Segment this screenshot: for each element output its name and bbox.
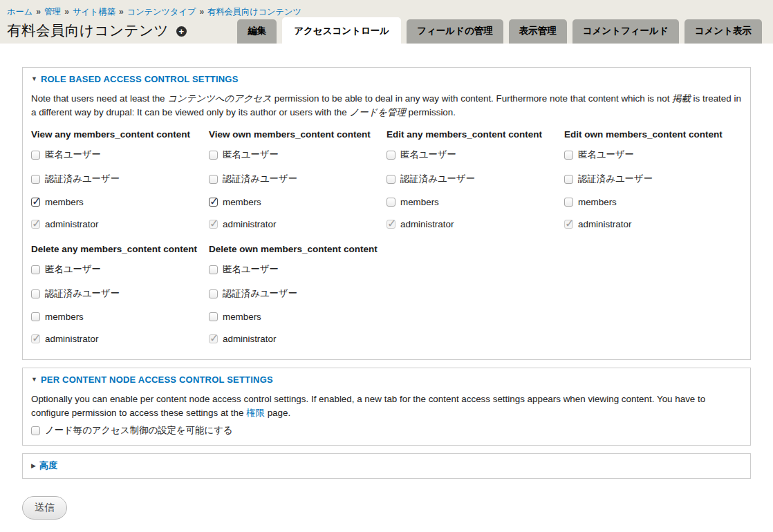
- role-checkbox-item[interactable]: 匿名ユーザー: [209, 263, 279, 276]
- role-label: members: [223, 197, 261, 207]
- fieldset-legend-row[interactable]: ▼ ROLE BASED ACCESS CONTROL SETTINGS: [31, 74, 742, 84]
- checkbox[interactable]: [209, 151, 218, 160]
- breadcrumb-link[interactable]: 有料会員向けコンテンツ: [207, 7, 301, 17]
- role-checkbox-item[interactable]: 匿名ユーザー: [209, 149, 279, 161]
- tab[interactable]: 表示管理: [509, 19, 567, 44]
- checkbox: [31, 220, 40, 229]
- checkbox[interactable]: [209, 289, 218, 298]
- role-checkbox-item[interactable]: members: [209, 197, 261, 207]
- role-checkbox-item[interactable]: 匿名ユーザー: [386, 149, 456, 161]
- collapse-arrow-icon: ▼: [31, 377, 37, 383]
- checkbox: [209, 334, 218, 343]
- checkbox[interactable]: [31, 175, 40, 184]
- fieldset-legend[interactable]: 高度: [39, 459, 57, 472]
- fieldset-legend-row[interactable]: ▼ PER CONTENT NODE ACCESS CONTROL SETTIN…: [31, 374, 742, 385]
- checkbox[interactable]: [31, 312, 40, 321]
- permission-group: Delete any members_content content匿名ユーザー…: [31, 244, 209, 344]
- permissions-page-link[interactable]: 権限: [246, 408, 265, 418]
- tab[interactable]: コメント表示: [684, 19, 762, 44]
- role-checkbox-item[interactable]: members: [31, 197, 84, 207]
- permission-group: Delete own members_content content匿名ユーザー…: [209, 244, 386, 344]
- role-label: members: [223, 312, 261, 322]
- tab[interactable]: フィールドの管理: [407, 19, 503, 44]
- permission-group-title: View own members_content content: [209, 129, 386, 140]
- breadcrumb-link[interactable]: コンテンツタイプ: [127, 7, 196, 17]
- tab[interactable]: アクセスコントロール: [282, 17, 401, 44]
- breadcrumb-link[interactable]: サイト構築: [73, 7, 115, 17]
- checkbox[interactable]: [564, 151, 573, 160]
- role-checkbox-item[interactable]: members: [564, 197, 617, 207]
- checkbox[interactable]: [564, 175, 573, 184]
- role-checkbox-item: administrator: [209, 334, 276, 344]
- role-checkbox-item[interactable]: 匿名ユーザー: [31, 263, 101, 276]
- checkbox: [209, 220, 218, 229]
- role-label: 認証済みユーザー: [45, 287, 120, 300]
- per-node-checkbox-item[interactable]: ノード毎のアクセス制御の設定を可能にする: [31, 424, 233, 437]
- fieldset-legend[interactable]: PER CONTENT NODE ACCESS CONTROL SETTINGS: [41, 374, 273, 385]
- submit-button[interactable]: 送信: [22, 496, 67, 520]
- checkbox[interactable]: [386, 151, 395, 160]
- role-label: members: [578, 197, 617, 207]
- fieldset-legend[interactable]: ROLE BASED ACCESS CONTROL SETTINGS: [41, 74, 239, 84]
- role-label: administrator: [578, 219, 631, 229]
- role-checkbox-item[interactable]: 認証済みユーザー: [386, 173, 475, 185]
- emphasized-term: コンテンツへのアクセス: [167, 93, 272, 104]
- checkbox[interactable]: [386, 198, 395, 207]
- checkbox[interactable]: [564, 198, 573, 207]
- plus-circle-icon[interactable]: +: [176, 26, 187, 37]
- tab[interactable]: 編集: [237, 19, 277, 44]
- checkbox: [564, 220, 573, 229]
- permission-group-title: Delete own members_content content: [209, 244, 386, 254]
- checkbox[interactable]: [209, 312, 218, 321]
- checkbox: [386, 220, 395, 229]
- page-title-row: 有料会員向けコンテンツ +: [7, 21, 187, 40]
- role-label: 認証済みユーザー: [223, 173, 297, 185]
- fieldset-legend-row[interactable]: ▶ 高度: [31, 459, 742, 472]
- role-checkbox-item[interactable]: 匿名ユーザー: [31, 149, 101, 161]
- role-checkbox-item: administrator: [31, 334, 98, 344]
- role-checkbox-item[interactable]: 匿名ユーザー: [564, 149, 634, 161]
- role-checkbox-item[interactable]: 認証済みユーザー: [31, 173, 120, 185]
- role-checkbox-item[interactable]: 認証済みユーザー: [564, 173, 653, 185]
- checkbox[interactable]: [31, 151, 40, 160]
- checkbox[interactable]: [209, 198, 218, 207]
- permission-group-title: View any members_content content: [31, 129, 209, 140]
- page-title: 有料会員向けコンテンツ: [7, 21, 169, 40]
- per-node-fieldset-description: Optionally you can enable per content no…: [31, 392, 742, 419]
- breadcrumb-separator: »: [119, 7, 124, 17]
- permission-group: Edit any members_content content匿名ユーザー認証…: [386, 129, 564, 229]
- tab[interactable]: コメントフィールド: [572, 19, 679, 44]
- role-label: administrator: [223, 334, 276, 344]
- checkbox[interactable]: [31, 289, 40, 298]
- role-checkbox-item[interactable]: members: [31, 312, 84, 322]
- description-text: Note that users need at least the: [31, 93, 167, 104]
- checkbox[interactable]: [31, 198, 40, 207]
- fieldset-per-node-access: ▼ PER CONTENT NODE ACCESS CONTROL SETTIN…: [22, 368, 751, 446]
- checkbox[interactable]: [31, 426, 40, 435]
- checkbox: [31, 334, 40, 343]
- emphasized-term: 掲載: [672, 93, 691, 104]
- role-label: 匿名ユーザー: [223, 263, 279, 276]
- role-checkbox-item[interactable]: 認証済みユーザー: [31, 287, 120, 300]
- permission-group: View own members_content content匿名ユーザー認証…: [209, 129, 386, 229]
- role-checkbox-item[interactable]: 認証済みユーザー: [209, 287, 297, 300]
- role-checkbox-item[interactable]: members: [386, 197, 439, 207]
- collapse-arrow-icon: ▼: [31, 76, 37, 82]
- checkbox[interactable]: [209, 175, 218, 184]
- breadcrumb-separator: »: [36, 7, 41, 17]
- page-header: ホーム»管理»サイト構築»コンテンツタイプ»有料会員向けコンテンツ 有料会員向け…: [0, 0, 773, 44]
- description-text: page.: [265, 408, 290, 418]
- breadcrumb-link[interactable]: ホーム: [7, 7, 32, 17]
- main-content: ▼ ROLE BASED ACCESS CONTROL SETTINGS Not…: [0, 44, 773, 532]
- checkbox[interactable]: [209, 265, 218, 274]
- checkbox[interactable]: [386, 175, 395, 184]
- role-label: 匿名ユーザー: [578, 149, 634, 161]
- permission-group: Edit own members_content content匿名ユーザー認証…: [564, 129, 742, 229]
- breadcrumb-link[interactable]: 管理: [44, 7, 61, 17]
- role-checkbox-item[interactable]: members: [209, 312, 261, 322]
- role-checkbox-item: administrator: [31, 219, 98, 229]
- collapse-arrow-icon: ▶: [31, 463, 36, 469]
- role-checkbox-item[interactable]: 認証済みユーザー: [209, 173, 297, 185]
- role-label: 認証済みユーザー: [578, 173, 653, 185]
- checkbox[interactable]: [31, 265, 40, 274]
